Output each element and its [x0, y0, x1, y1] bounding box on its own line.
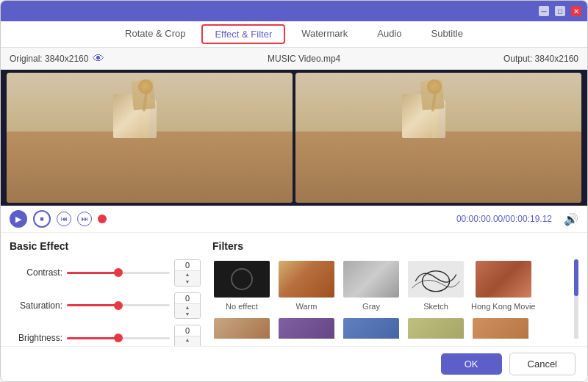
- saturation-value: 0: [175, 293, 200, 304]
- filter-thumb-warm: [277, 259, 336, 299]
- original-info: Original: 3840x2160 👁: [10, 52, 104, 65]
- contrast-up[interactable]: ▲: [175, 271, 200, 278]
- video-preview-left: [7, 73, 293, 203]
- cancel-button[interactable]: Cancel: [509, 353, 576, 375]
- filters-grid-container: No effect Warm: [212, 259, 571, 339]
- saturation-down[interactable]: ▼: [175, 311, 200, 318]
- brightness-value: 0: [175, 325, 200, 336]
- filter-row2-3[interactable]: [342, 317, 401, 339]
- filter-thumb-row2-5: [471, 317, 530, 339]
- brightness-row: Brightness: 0 ▲ ▼: [10, 325, 201, 346]
- filters-scroll-wrapper: No effect Warm: [212, 259, 578, 339]
- filter-name-no-effect: No effect: [226, 302, 258, 311]
- progress-indicator: [98, 215, 107, 223]
- filter-gray[interactable]: Gray: [342, 259, 401, 311]
- filter-hk[interactable]: Hong Kong Movie: [471, 259, 535, 311]
- filter-name-sketch: Sketch: [423, 302, 448, 311]
- output-label: Output: 3840x2160: [503, 54, 578, 64]
- filters-title: Filters: [212, 240, 578, 252]
- filter-thumb-sketch: [406, 259, 465, 299]
- tab-rotate[interactable]: Rotate & Crop: [110, 22, 200, 46]
- filter-thumb-hk: [474, 259, 533, 299]
- controls-bar: ▶ ■ ⏮ ⏭ 00:00:00.00/00:00:19.12 🔊: [1, 206, 587, 233]
- video-area: [1, 70, 587, 206]
- filter-thumb-row2-2: [277, 317, 336, 339]
- original-label: Original: 3840x2160: [10, 54, 88, 64]
- next-button[interactable]: ⏭: [77, 212, 92, 226]
- saturation-up[interactable]: ▲: [175, 304, 200, 311]
- effect-panel-title: Basic Effect: [10, 240, 201, 252]
- filter-name-warm: Warm: [296, 302, 318, 311]
- filter-thumb-row2-3: [342, 317, 401, 339]
- filter-thumb-row2-4: [406, 317, 465, 339]
- brightness-spinner[interactable]: 0 ▲ ▼: [174, 325, 201, 346]
- contrast-label: Contrast:: [10, 267, 62, 278]
- info-bar: Original: 3840x2160 👁 MUSIC Video.mp4 Ou…: [1, 48, 587, 70]
- window-controls: ─ □ ✕: [539, 6, 581, 16]
- video-panel-right: [295, 73, 581, 203]
- contrast-spinner[interactable]: 0 ▲ ▼: [174, 259, 201, 286]
- filter-row2-4[interactable]: [406, 317, 465, 339]
- filter-thumb-no-effect: [212, 259, 271, 299]
- saturation-slider[interactable]: [67, 300, 170, 311]
- main-window: ─ □ ✕ Rotate & Crop Effect & Filter Wate…: [0, 0, 588, 382]
- brightness-slider[interactable]: [67, 332, 170, 344]
- contrast-slider[interactable]: [67, 267, 170, 278]
- close-button[interactable]: ✕: [571, 6, 581, 16]
- play-button[interactable]: ▶: [10, 210, 27, 228]
- filter-warm[interactable]: Warm: [277, 259, 336, 311]
- filename: MUSIC Video.mp4: [112, 54, 495, 64]
- tab-effect[interactable]: Effect & Filter: [201, 24, 285, 44]
- contrast-row: Contrast: 0 ▲ ▼: [10, 259, 201, 286]
- eye-icon[interactable]: 👁: [93, 52, 104, 65]
- filter-sketch[interactable]: Sketch: [406, 259, 465, 311]
- saturation-label: Saturation:: [10, 300, 62, 311]
- video-preview-right: [295, 73, 581, 203]
- filters-panel: Filters No effect: [212, 240, 578, 339]
- ok-button[interactable]: OK: [441, 353, 502, 375]
- saturation-spinner[interactable]: 0 ▲ ▼: [174, 292, 201, 320]
- filter-no-effect[interactable]: No effect: [212, 259, 271, 311]
- tab-audio[interactable]: Audio: [362, 22, 416, 46]
- maximize-button[interactable]: □: [555, 6, 565, 16]
- video-panel-left: [7, 73, 293, 203]
- filter-name-hk: Hong Kong Movie: [471, 302, 535, 311]
- contrast-value: 0: [175, 260, 200, 271]
- tab-subtitle[interactable]: Subtitle: [417, 22, 478, 46]
- brightness-label: Brightness:: [10, 333, 62, 343]
- filter-thumb-gray: [342, 259, 401, 299]
- title-bar: ─ □ ✕: [1, 1, 587, 21]
- volume-icon[interactable]: 🔊: [564, 212, 578, 226]
- tab-bar: Rotate & Crop Effect & Filter Watermark …: [1, 21, 587, 48]
- filter-row2-2[interactable]: [277, 317, 336, 339]
- bottom-bar: OK Cancel: [1, 346, 587, 381]
- filter-row2-1[interactable]: [212, 317, 271, 339]
- time-display: 00:00:00.00/00:00:19.12: [456, 214, 552, 224]
- main-content: Basic Effect Contrast: 0 ▲ ▼: [1, 233, 587, 346]
- filters-scroll-thumb: [574, 259, 578, 296]
- brightness-up[interactable]: ▲: [175, 336, 200, 344]
- tab-watermark[interactable]: Watermark: [287, 22, 362, 46]
- prev-button[interactable]: ⏮: [57, 212, 71, 226]
- stop-button[interactable]: ■: [33, 210, 51, 228]
- contrast-down[interactable]: ▼: [175, 278, 200, 286]
- saturation-row: Saturation: 0 ▲ ▼: [10, 292, 201, 320]
- minimize-button[interactable]: ─: [539, 6, 549, 16]
- filters-scrollbar[interactable]: [574, 259, 578, 339]
- filter-row2-5[interactable]: [471, 317, 530, 339]
- filter-name-gray: Gray: [362, 302, 380, 311]
- effect-panel: Basic Effect Contrast: 0 ▲ ▼: [10, 240, 201, 339]
- filter-thumb-row2-1: [212, 317, 271, 339]
